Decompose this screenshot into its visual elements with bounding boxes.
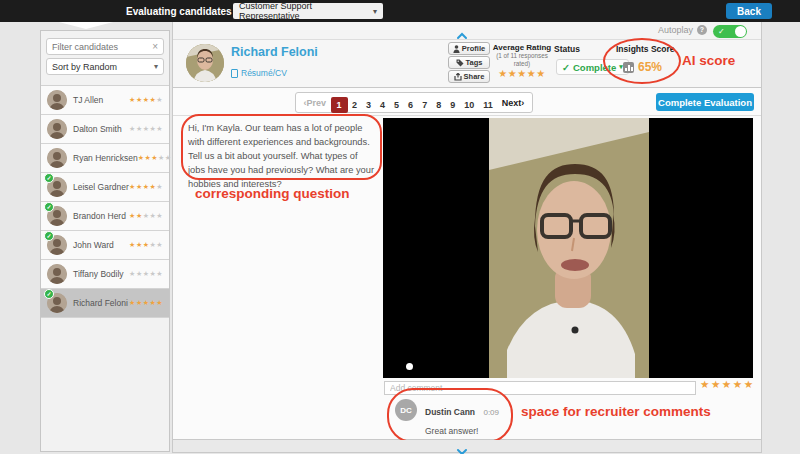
video-player[interactable] — [383, 118, 753, 378]
star-icon: ★ — [138, 154, 145, 161]
tag-icon — [456, 59, 464, 67]
panel-bottom-strip — [172, 440, 762, 453]
candidate-name: TJ Allen — [73, 95, 103, 105]
completed-check-badge: ✓ — [44, 231, 54, 241]
position-dropdown[interactable]: Customer Support Representative ▾ — [233, 3, 383, 19]
profile-button[interactable]: Profile — [448, 42, 490, 55]
resume-link[interactable]: Résumé/CV — [231, 68, 287, 78]
response-rating-stars[interactable]: ★★★★★ — [700, 378, 755, 390]
candidate-list-item[interactable]: ✓ Ryan Henricksen ★★★★★ — [41, 144, 169, 173]
candidate-name: Dalton Smith — [73, 124, 122, 134]
star-icon[interactable]: ★ — [711, 378, 722, 390]
comment-author: Dustin Cann — [425, 407, 475, 417]
share-icon — [454, 73, 462, 81]
status-value: Complete — [573, 62, 616, 73]
candidate-avatar: ✓ — [47, 235, 67, 255]
candidate-rating-stars: ★★★★★ — [129, 212, 163, 220]
candidate-name: Richard Feloni — [231, 45, 318, 59]
page-button-8[interactable]: 8 — [432, 100, 446, 110]
comment-item: DC Dustin Cann 0:09 Great answer! — [395, 399, 499, 436]
average-rating-title: Average Rating — [491, 43, 553, 52]
help-icon[interactable]: ? — [697, 25, 707, 35]
candidate-list-item[interactable]: ✓ Dalton Smith ★★★★★ — [41, 115, 169, 144]
candidate-avatar: ✓ — [47, 177, 67, 197]
candidate-list-item[interactable]: ✓ Brandon Herd ★★★★★ — [41, 202, 169, 231]
star-icon: ★ — [156, 270, 163, 277]
star-icon: ★ — [129, 241, 136, 248]
filter-candidates-input[interactable] — [52, 42, 152, 52]
page-button-11[interactable]: 11 — [479, 100, 498, 110]
share-button[interactable]: Share — [448, 70, 490, 83]
star-icon: ★ — [129, 183, 136, 190]
candidate-rating-stars: ★★★★★ — [129, 125, 163, 133]
star-icon: ★ — [508, 68, 517, 79]
star-icon[interactable]: ★ — [700, 378, 711, 390]
star-icon: ★ — [527, 68, 536, 79]
tags-button[interactable]: Tags — [448, 56, 490, 69]
star-icon[interactable]: ★ — [722, 378, 733, 390]
back-button[interactable]: Back — [726, 3, 772, 19]
candidate-avatar — [186, 44, 224, 82]
candidate-list-item[interactable]: ✓ Tiffany Bodily ★★★★★ — [41, 260, 169, 289]
clear-icon[interactable]: × — [152, 41, 158, 52]
page-button-10[interactable]: 10 — [460, 100, 479, 110]
candidate-rating-stars: ★★★★★ — [129, 299, 163, 307]
star-icon: ★ — [136, 96, 143, 103]
complete-evaluation-button[interactable]: Complete Evaluation — [656, 93, 754, 111]
candidate-list-item[interactable]: ✓ TJ Allen ★★★★★ — [41, 86, 169, 115]
add-comment-input[interactable] — [384, 381, 696, 395]
page-numbers: 1234567891011 — [331, 94, 498, 112]
star-icon: ★ — [517, 68, 526, 79]
next-label: Next — [502, 98, 522, 108]
page-button-7[interactable]: 7 — [418, 100, 432, 110]
candidate-actions: Profile Tags Share — [448, 42, 490, 84]
completed-check-badge: ✓ — [44, 202, 54, 212]
filter-candidates-box: × — [46, 38, 164, 55]
prev-page-button[interactable]: ‹Prev — [299, 98, 331, 108]
candidate-rating-stars: ★★★★★ — [129, 96, 163, 104]
candidate-list-item[interactable]: ✓ John Ward ★★★★★ — [41, 231, 169, 260]
star-icon: ★ — [136, 299, 143, 306]
resume-link-label: Résumé/CV — [241, 68, 287, 78]
pagination: ‹Prev 1234567891011 Next› — [295, 92, 533, 113]
insights-score-value: 65% — [623, 60, 662, 74]
candidate-list: ✓ TJ Allen ★★★★★ ✓ Dalton Smith ★★★★★ ✓ … — [41, 85, 169, 318]
candidate-avatar: ✓ — [47, 119, 67, 139]
star-icon: ★ — [536, 68, 545, 79]
person-icon — [453, 45, 460, 53]
page-button-3[interactable]: 3 — [362, 100, 376, 110]
document-icon — [231, 69, 238, 78]
status-dropdown[interactable]: ✓ Complete ▾ — [556, 59, 629, 75]
page-button-6[interactable]: 6 — [404, 100, 418, 110]
autoplay-toggle[interactable]: ✓ — [713, 25, 747, 38]
comment-timestamp: 0:09 — [483, 408, 499, 417]
collapse-down-icon[interactable] — [456, 442, 468, 454]
candidate-name: Tiffany Bodily — [73, 269, 124, 279]
star-icon: ★ — [136, 183, 143, 190]
candidate-sidebar: × Sort by Random ▾ ✓ TJ Allen ★★★★★ ✓ Da… — [40, 30, 170, 452]
video-progress-dot[interactable] — [406, 363, 413, 370]
star-icon: ★ — [156, 125, 163, 132]
next-page-button[interactable]: Next› — [497, 98, 529, 108]
evaluation-panel: Autoplay ? ✓ Richard Feloni — [172, 22, 762, 440]
check-icon: ✓ — [562, 62, 570, 73]
insights-score-percent: 65% — [638, 60, 662, 74]
status-label: Status — [554, 44, 580, 54]
star-icon[interactable]: ★ — [744, 378, 755, 390]
share-button-label: Share — [464, 72, 485, 81]
candidate-list-item[interactable]: ✓ Richard Feloni ★★★★★ — [41, 289, 169, 318]
position-dropdown-value: Customer Support Representative — [239, 1, 373, 21]
page-button-2[interactable]: 2 — [348, 100, 362, 110]
page-button-4[interactable]: 4 — [376, 100, 390, 110]
candidate-rating-stars: ★★★★★ — [129, 183, 163, 191]
sort-dropdown[interactable]: Sort by Random ▾ — [46, 58, 164, 75]
candidate-list-item[interactable]: ✓ Leisel Gardner ★★★★★ — [41, 173, 169, 202]
page-button-9[interactable]: 9 — [446, 100, 460, 110]
candidate-avatar: ✓ — [47, 90, 67, 110]
star-icon[interactable]: ★ — [733, 378, 744, 390]
panel-top-strip: Autoplay ? ✓ — [173, 22, 761, 40]
page-button-1[interactable]: 1 — [331, 97, 348, 113]
top-bar: Evaluating candidates for: Customer Supp… — [0, 0, 800, 22]
page-button-5[interactable]: 5 — [390, 100, 404, 110]
comment-body: Dustin Cann 0:09 Great answer! — [425, 399, 499, 436]
